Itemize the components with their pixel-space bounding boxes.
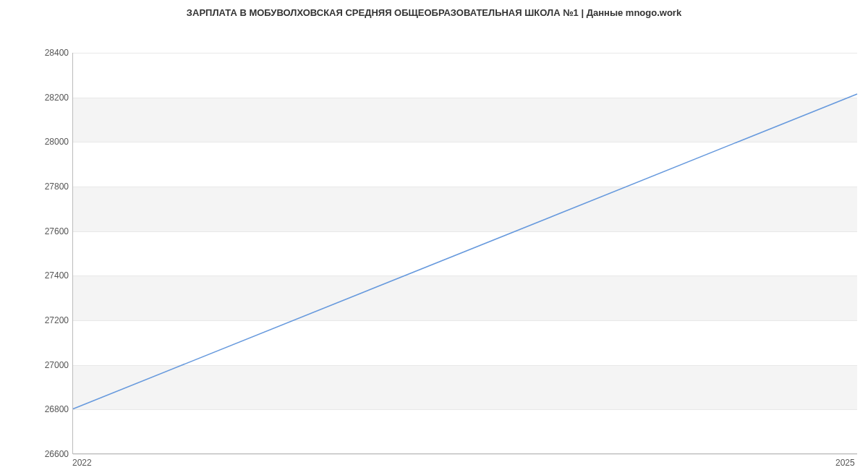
y-tick-label: 27400 [11, 270, 69, 281]
gridline [73, 454, 857, 455]
chart-title: ЗАРПЛАТА В МОБУВОЛХОВСКАЯ СРЕДНЯЯ ОБЩЕОБ… [0, 0, 868, 24]
y-tick-label: 28200 [11, 93, 69, 103]
plot-area [72, 53, 857, 454]
chart-container: 2660026800270002720027400276002780028000… [0, 24, 868, 470]
line-chart-svg [73, 53, 857, 453]
y-tick-label: 26800 [11, 404, 69, 414]
y-tick-label: 27600 [11, 226, 69, 236]
y-tick-label: 27800 [11, 181, 69, 192]
x-tick-label: 2022 [72, 458, 92, 468]
data-line [73, 94, 857, 409]
y-tick-label: 27200 [11, 315, 69, 325]
y-tick-label: 26600 [11, 449, 69, 459]
y-tick-label: 28000 [11, 137, 69, 147]
x-tick-label: 2025 [835, 458, 855, 468]
y-tick-label: 27000 [11, 360, 69, 370]
y-tick-label: 28400 [11, 48, 69, 58]
